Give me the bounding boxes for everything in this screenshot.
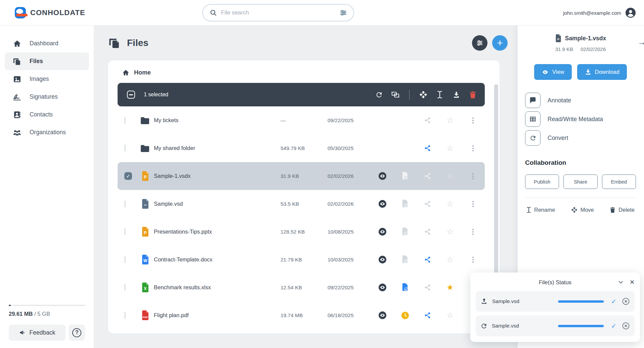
pending-status-button[interactable] <box>401 311 409 319</box>
annotate-button[interactable]: Annotate <box>525 93 636 108</box>
file-date: 02/02/2026 <box>328 173 371 179</box>
feedback-button[interactable]: Feedback <box>9 325 66 341</box>
search-filter-icon[interactable] <box>339 9 347 17</box>
row-checkbox[interactable] <box>124 117 126 124</box>
cancel-upload-button[interactable] <box>622 297 630 305</box>
sidebar-item-label: Dashboard <box>30 40 58 47</box>
download-button[interactable] <box>452 91 460 99</box>
metadata-label: Read/Write Metadata <box>548 116 603 123</box>
add-file-button[interactable]: + <box>492 35 508 51</box>
sidebar-item-dashboard[interactable]: Dashboard <box>5 35 89 52</box>
copy-to-button[interactable] <box>391 91 399 99</box>
preview-button[interactable] <box>378 228 387 236</box>
favorite-star[interactable]: ☆ <box>446 172 454 180</box>
download-button[interactable]: Download <box>577 64 627 80</box>
app-logo: CONHOLDATE <box>15 7 85 18</box>
table-row[interactable]: PDF Flight plan.pdf 19.74 MB 06/18/2025 … <box>118 301 485 329</box>
preview-button[interactable] <box>378 283 387 292</box>
file-name: My shared folder <box>154 145 281 151</box>
select-all-checkbox[interactable] <box>127 91 135 99</box>
row-menu-button[interactable] <box>471 228 475 236</box>
favorite-star[interactable]: ☆ <box>446 228 454 236</box>
sidebar-item-files[interactable]: Files <box>5 52 89 70</box>
favorite-star[interactable]: ★ <box>446 284 454 291</box>
delete-button[interactable]: Delete <box>610 207 635 213</box>
row-checkbox[interactable] <box>124 284 126 291</box>
row-menu-button[interactable] <box>471 116 475 125</box>
row-checkbox[interactable] <box>124 256 126 263</box>
sidebar-item-signatures[interactable]: Signatures <box>5 88 89 106</box>
convert-button[interactable]: Convert <box>525 130 636 146</box>
search-input[interactable] <box>221 9 339 16</box>
sidebar-item-images[interactable]: Images <box>5 70 89 88</box>
share-button[interactable] <box>424 145 431 152</box>
table-row[interactable]: ‹› Sample.vsd 53.5 KB 02/02/2026 ☆ <box>118 190 485 218</box>
favorite-star[interactable]: ☆ <box>446 200 454 208</box>
refresh-button[interactable] <box>375 91 383 99</box>
share-button[interactable] <box>424 117 431 124</box>
preview-button[interactable] <box>378 311 387 319</box>
share-button[interactable] <box>424 256 431 263</box>
favorite-star[interactable]: ☆ <box>446 116 454 124</box>
table-row[interactable]: X Benchmark results.xlsx 12.54 KB 09/22/… <box>118 274 485 301</box>
contacts-icon <box>13 111 21 119</box>
metadata-button[interactable]: Read/Write Metadata <box>525 111 636 127</box>
favorite-star[interactable]: ☆ <box>446 311 454 319</box>
share-button[interactable]: Share <box>563 175 597 189</box>
favorite-star[interactable]: ☆ <box>446 144 454 152</box>
move-button[interactable]: Move <box>571 207 594 213</box>
eye-icon <box>378 283 387 292</box>
breadcrumb[interactable]: Home <box>108 60 500 83</box>
help-button[interactable]: ? <box>69 325 85 341</box>
row-checkbox[interactable] <box>124 200 126 207</box>
doc-status-button[interactable] <box>401 172 409 180</box>
delete-button[interactable] <box>469 91 477 99</box>
cancel-convert-button[interactable] <box>622 322 630 330</box>
collapse-status-button[interactable] <box>617 279 624 286</box>
doc-status-button[interactable] <box>401 283 409 292</box>
preview-button[interactable] <box>378 172 387 180</box>
share-button[interactable] <box>424 312 431 319</box>
view-button[interactable]: View <box>534 64 571 80</box>
table-row[interactable]: W Contract-Template.docx 21.79 KB 10/03/… <box>118 246 485 274</box>
user-avatar[interactable] <box>625 7 636 18</box>
row-checkbox[interactable]: ✓ <box>124 172 132 180</box>
row-checkbox[interactable] <box>124 312 126 319</box>
favorite-star[interactable]: ☆ <box>446 256 454 263</box>
move-button[interactable] <box>419 91 427 99</box>
publish-button[interactable]: Publish <box>525 175 559 189</box>
sidebar-item-organizations[interactable]: Organizations <box>5 123 89 141</box>
svg-text:W: W <box>143 258 147 263</box>
file-status-popup: File(s) Status ✕ Sample.vsd ✓ Sample.vsd… <box>470 272 640 342</box>
preview-button[interactable] <box>378 200 387 208</box>
embed-button[interactable]: Embed <box>602 175 636 189</box>
row-menu-button[interactable] <box>471 255 475 264</box>
file-size: 31.9 KB <box>281 173 328 179</box>
share-button[interactable] <box>424 200 431 207</box>
table-row-selected[interactable]: ✓ P Sample-1.vsdx 31.9 KB 02/02/2026 ☆ <box>118 162 485 190</box>
row-checkbox[interactable] <box>124 145 126 152</box>
file-size: 128.52 KB <box>281 229 328 235</box>
table-row[interactable]: My tickets — 09/22/2025 ☆ <box>118 106 485 134</box>
row-menu-button[interactable] <box>471 144 475 153</box>
doc-status-button[interactable] <box>401 228 409 236</box>
view-settings-button[interactable] <box>472 35 487 51</box>
doc-status-button[interactable] <box>401 200 409 208</box>
file-search-box[interactable] <box>202 4 354 21</box>
share-button[interactable] <box>424 284 431 291</box>
share-icon <box>424 284 431 291</box>
table-row[interactable]: My shared folder 549.79 KB 05/30/2025 ☆ <box>118 134 485 162</box>
rename-button[interactable] <box>436 91 444 99</box>
share-button[interactable] <box>424 172 431 180</box>
preview-button[interactable] <box>378 255 387 264</box>
share-button[interactable] <box>424 228 431 235</box>
rename-button[interactable]: Rename <box>526 207 555 213</box>
row-menu-button[interactable] <box>471 200 475 208</box>
row-checkbox[interactable] <box>124 228 126 235</box>
table-row[interactable]: P Presentations-Tips.pptx 128.52 KB 10/0… <box>118 218 485 246</box>
delete-label: Delete <box>618 207 635 213</box>
row-menu-button[interactable] <box>471 172 475 181</box>
sidebar-item-contacts[interactable]: Contacts <box>5 106 89 123</box>
close-status-button[interactable]: ✕ <box>630 279 635 286</box>
doc-status-button[interactable] <box>401 255 409 264</box>
